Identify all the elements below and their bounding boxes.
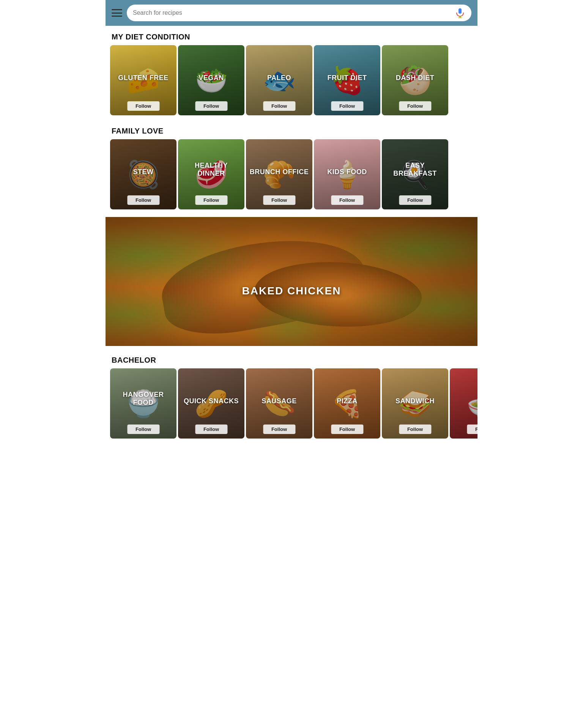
follow-button-vegan[interactable]: Follow — [195, 101, 227, 111]
card-stew[interactable]: STEWFollow — [110, 139, 176, 209]
bachelor-cards-row: HANGOVER FOODFollowQUICK SNACKSFollowSAU… — [106, 368, 477, 443]
card-pizza[interactable]: PIZZAFollow — [314, 368, 380, 439]
card-label-easy-breakfast: EASY BREAKFAST — [382, 162, 448, 178]
card-healthy-dinner[interactable]: HEALTHY DINNERFollow — [178, 139, 244, 209]
card-label-gluten-free: GLUTEN FREE — [110, 74, 176, 82]
follow-button-gluten-free[interactable]: Follow — [127, 101, 159, 111]
card-label-vegan: VEGAN — [178, 74, 244, 82]
follow-button-easy-breakfast[interactable]: Follow — [399, 195, 431, 205]
mic-icon[interactable] — [455, 8, 465, 18]
card-paleo[interactable]: PALEOFollow — [246, 45, 312, 115]
follow-button-quick-snacks[interactable]: Follow — [195, 425, 227, 434]
svg-rect-0 — [459, 8, 462, 14]
card-label-healthy-dinner: HEALTHY DINNER — [178, 162, 244, 178]
card-label-dash-diet: DASH DIET — [382, 74, 448, 82]
search-input[interactable] — [133, 9, 452, 16]
follow-button-pizza[interactable]: Follow — [331, 425, 363, 434]
card-brunch-office[interactable]: BRUNCH OFFICEFollow — [246, 139, 312, 209]
hamburger-menu-icon[interactable] — [112, 9, 122, 17]
card-sausage[interactable]: SAUSAGEFollow — [246, 368, 312, 439]
card-quick-snacks[interactable]: QUICK SNACKSFollow — [178, 368, 244, 439]
header — [106, 0, 477, 26]
card-label-kids-food: KIDS FOOD — [314, 168, 380, 176]
family-love-section: FAMILY LOVE STEWFollowHEALTHY DINNERFoll… — [106, 120, 477, 214]
hero-greens — [106, 217, 477, 346]
follow-button-paleo[interactable]: Follow — [263, 101, 295, 111]
card-label-pizza: PIZZA — [314, 397, 380, 405]
follow-button-mystery[interactable]: Follow — [467, 425, 477, 434]
family-section-title: FAMILY LOVE — [106, 120, 477, 139]
card-sandwich[interactable]: SANDWICHFollow — [382, 368, 448, 439]
card-gluten-free[interactable]: GLUTEN FREEFollow — [110, 45, 176, 115]
follow-button-healthy-dinner[interactable]: Follow — [195, 195, 227, 205]
card-label-paleo: PALEO — [246, 74, 312, 82]
card-hangover-food[interactable]: HANGOVER FOODFollow — [110, 368, 176, 439]
card-easy-breakfast[interactable]: EASY BREAKFASTFollow — [382, 139, 448, 209]
card-label-quick-snacks: QUICK SNACKS — [178, 397, 244, 405]
follow-button-stew[interactable]: Follow — [127, 195, 159, 205]
follow-button-hangover-food[interactable]: Follow — [127, 425, 159, 434]
family-cards-row: STEWFollowHEALTHY DINNERFollowBRUNCH OFF… — [106, 139, 477, 214]
card-mystery[interactable]: M...Follow — [450, 368, 477, 439]
diet-condition-section: MY DIET CONDITION GLUTEN FREEFollowVEGAN… — [106, 26, 477, 120]
hero-banner[interactable]: BAKED CHICKEN — [106, 217, 477, 346]
follow-button-brunch-office[interactable]: Follow — [263, 195, 295, 205]
diet-section-title: MY DIET CONDITION — [106, 26, 477, 45]
follow-button-sandwich[interactable]: Follow — [399, 425, 431, 434]
diet-cards-row: GLUTEN FREEFollowVEGANFollowPALEOFollowF… — [106, 45, 477, 120]
search-bar[interactable] — [127, 5, 471, 21]
bachelor-section: BACHELOR HANGOVER FOODFollowQUICK SNACKS… — [106, 349, 477, 443]
card-label-hangover-food: HANGOVER FOOD — [110, 391, 176, 407]
bachelor-section-title: BACHELOR — [106, 349, 477, 368]
card-label-mystery: M... — [450, 397, 477, 405]
card-label-sausage: SAUSAGE — [246, 397, 312, 405]
follow-button-sausage[interactable]: Follow — [263, 425, 295, 434]
hero-label: BAKED CHICKEN — [106, 285, 477, 297]
card-kids-food[interactable]: KIDS FOODFollow — [314, 139, 380, 209]
card-label-stew: STEW — [110, 168, 176, 176]
card-fruit-diet[interactable]: FRUIT DIETFollow — [314, 45, 380, 115]
follow-button-fruit-diet[interactable]: Follow — [331, 101, 363, 111]
follow-button-dash-diet[interactable]: Follow — [399, 101, 431, 111]
follow-button-kids-food[interactable]: Follow — [331, 195, 363, 205]
card-label-sandwich: SANDWICH — [382, 397, 448, 405]
card-vegan[interactable]: VEGANFollow — [178, 45, 244, 115]
card-label-brunch-office: BRUNCH OFFICE — [246, 168, 312, 176]
card-dash-diet[interactable]: DASH DIETFollow — [382, 45, 448, 115]
card-label-fruit-diet: FRUIT DIET — [314, 74, 380, 82]
